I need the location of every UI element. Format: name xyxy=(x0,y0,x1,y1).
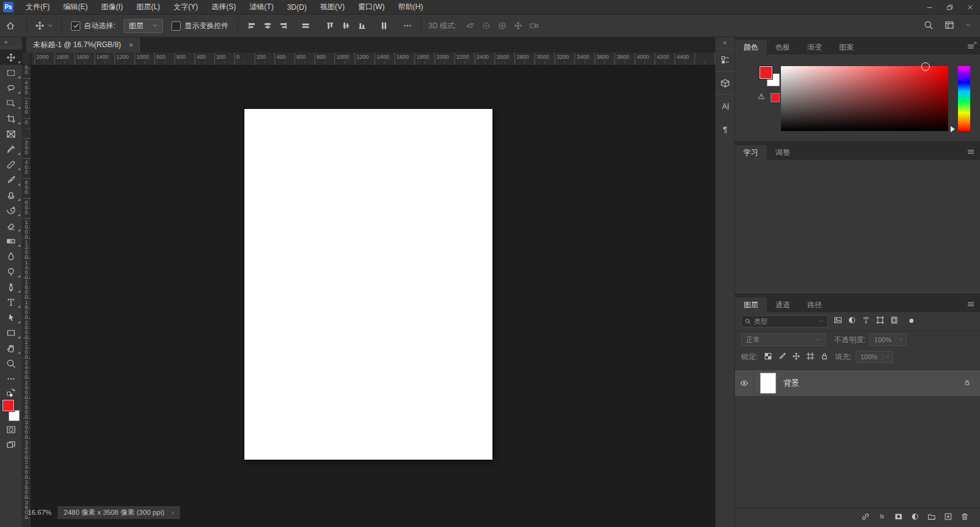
gradient-tool[interactable] xyxy=(0,233,22,249)
show-transform-checkbox[interactable]: 显示变换控件 xyxy=(172,21,228,31)
fill-field[interactable]: 100% xyxy=(856,351,893,363)
blend-mode-dropdown[interactable]: 正常 xyxy=(741,334,826,346)
align-bottom-button[interactable] xyxy=(354,18,370,34)
tab-patterns[interactable]: 图案 xyxy=(831,40,862,54)
horizontal-ruler[interactable]: 2200200018001600140012001000800600400200… xyxy=(22,53,715,65)
layer-thumbnail[interactable] xyxy=(760,373,776,394)
menu-edit[interactable]: 编辑(E) xyxy=(56,0,94,14)
layer-filter-dropdown[interactable]: 类型 xyxy=(741,315,828,327)
align-left-button[interactable] xyxy=(244,18,260,34)
frame-tool[interactable] xyxy=(0,126,22,141)
foreground-color-swatch[interactable] xyxy=(2,400,14,411)
opacity-field[interactable]: 100% xyxy=(869,334,907,346)
layer-row-background[interactable]: 背景 xyxy=(735,370,980,396)
restore-button[interactable] xyxy=(940,0,960,14)
tab-paths[interactable]: 路径 xyxy=(799,297,831,312)
hue-slider[interactable] xyxy=(958,66,970,131)
background-color-swatch[interactable] xyxy=(9,410,20,421)
filter-pixel-layers-button[interactable] xyxy=(834,316,842,327)
new-adjustment-layer-button[interactable] xyxy=(911,512,919,523)
screen-mode-button[interactable] xyxy=(0,437,22,452)
tab-color[interactable]: 颜色 xyxy=(735,40,767,54)
layers-panel-menu-button[interactable] xyxy=(967,299,974,310)
distribute-horizontal-button[interactable] xyxy=(298,18,314,34)
rectangle-tool[interactable] xyxy=(0,325,22,340)
align-center-horizontal-button[interactable] xyxy=(260,18,276,34)
toolbar-collapse-button[interactable]: » xyxy=(0,37,22,47)
document-canvas[interactable] xyxy=(244,109,492,460)
minimize-button[interactable] xyxy=(919,0,940,14)
menu-image[interactable]: 图像(I) xyxy=(94,0,129,14)
3d-roll-button[interactable] xyxy=(478,18,494,34)
zoom-tool[interactable] xyxy=(0,356,22,371)
distribute-vertical-button[interactable] xyxy=(376,18,392,34)
lasso-tool[interactable] xyxy=(0,80,22,95)
canvas-area[interactable]: 2200200018001600140012001000800600400200… xyxy=(22,53,715,527)
more-align-options-button[interactable] xyxy=(399,18,415,34)
align-top-button[interactable] xyxy=(322,18,338,34)
tab-adjustments[interactable]: 调整 xyxy=(767,145,799,160)
3d-slide-button[interactable] xyxy=(510,18,526,34)
type-tool[interactable] xyxy=(0,294,22,310)
dock-expand-button[interactable]: « xyxy=(715,37,734,48)
layer-visibility-toggle[interactable] xyxy=(735,370,754,396)
tab-layers[interactable]: 图层 xyxy=(735,297,767,312)
filter-adjustment-layers-button[interactable] xyxy=(848,316,856,327)
gamut-warning-icon[interactable]: ⚠ xyxy=(758,92,765,101)
lock-transparent-pixels-button[interactable] xyxy=(764,352,772,362)
menu-file[interactable]: 文件(F) xyxy=(19,0,56,14)
align-middle-vertical-button[interactable] xyxy=(338,18,354,34)
auto-select-target-dropdown[interactable]: 图层 xyxy=(124,19,163,33)
home-button[interactable] xyxy=(0,21,21,31)
brush-tool[interactable] xyxy=(0,172,22,187)
menu-layer[interactable]: 图层(L) xyxy=(130,0,167,14)
tab-gradients[interactable]: 渐变 xyxy=(799,40,831,54)
new-layer-button[interactable] xyxy=(944,512,952,523)
document-tab[interactable]: 未标题-1 @ 16.7%(RGB/8) × xyxy=(26,37,140,53)
ruler-origin-corner[interactable] xyxy=(22,53,31,65)
color-field[interactable] xyxy=(781,66,948,131)
3d-camera-button[interactable] xyxy=(526,18,542,34)
filter-smart-objects-button[interactable] xyxy=(890,316,899,327)
lock-position-button[interactable] xyxy=(792,352,801,362)
spot-healing-brush-tool[interactable] xyxy=(0,157,22,172)
menu-window[interactable]: 窗口(W) xyxy=(352,0,391,14)
pen-tool[interactable] xyxy=(0,279,22,294)
layer-filtering-toggle[interactable] xyxy=(908,316,915,327)
hand-tool[interactable] xyxy=(0,340,22,356)
menu-filter[interactable]: 滤镜(T) xyxy=(243,0,280,14)
add-layer-mask-button[interactable] xyxy=(894,512,903,523)
history-brush-tool[interactable] xyxy=(0,203,22,218)
eraser-tool[interactable] xyxy=(0,218,22,233)
delete-layer-button[interactable] xyxy=(960,512,969,523)
align-right-button[interactable] xyxy=(276,18,292,34)
lock-image-pixels-button[interactable] xyxy=(778,352,786,362)
foreground-color-swatch[interactable] xyxy=(760,66,772,79)
path-selection-tool[interactable] xyxy=(0,310,22,325)
workspace-switcher-button[interactable] xyxy=(944,20,954,32)
close-button[interactable] xyxy=(960,0,980,14)
link-layers-button[interactable] xyxy=(861,512,870,523)
tab-learn[interactable]: 学习 xyxy=(735,145,767,160)
edit-toolbar-button[interactable] xyxy=(0,371,22,386)
search-button[interactable] xyxy=(924,20,933,32)
layer-style-button[interactable]: fx xyxy=(878,512,886,523)
crop-tool[interactable] xyxy=(0,111,22,126)
document-info[interactable]: 2480 像素 x 3508 像素 (300 ppi) › xyxy=(58,506,180,519)
filter-type-layers-button[interactable] xyxy=(862,316,870,327)
paragraph-panel-button[interactable]: ¶ xyxy=(715,118,734,141)
dodge-tool[interactable] xyxy=(0,264,22,279)
workspace-chevron-button[interactable] xyxy=(965,21,971,30)
zoom-level-field[interactable]: 16.67% xyxy=(28,509,51,516)
vertical-ruler[interactable]: 6004002000200400600800100012001400160018… xyxy=(22,53,31,527)
tab-channels[interactable]: 通道 xyxy=(767,297,799,312)
close-tab-icon[interactable]: × xyxy=(129,41,134,50)
3d-orbit-button[interactable] xyxy=(462,18,478,34)
object-selection-tool[interactable] xyxy=(0,95,22,111)
dock-collapse-button[interactable]: » xyxy=(973,39,977,46)
3d-pan-button[interactable] xyxy=(494,18,510,34)
learn-panel-menu-button[interactable] xyxy=(967,147,974,158)
lock-all-button[interactable] xyxy=(820,352,829,362)
properties-panel-button[interactable] xyxy=(715,48,734,71)
lock-artboard-button[interactable] xyxy=(806,352,815,362)
